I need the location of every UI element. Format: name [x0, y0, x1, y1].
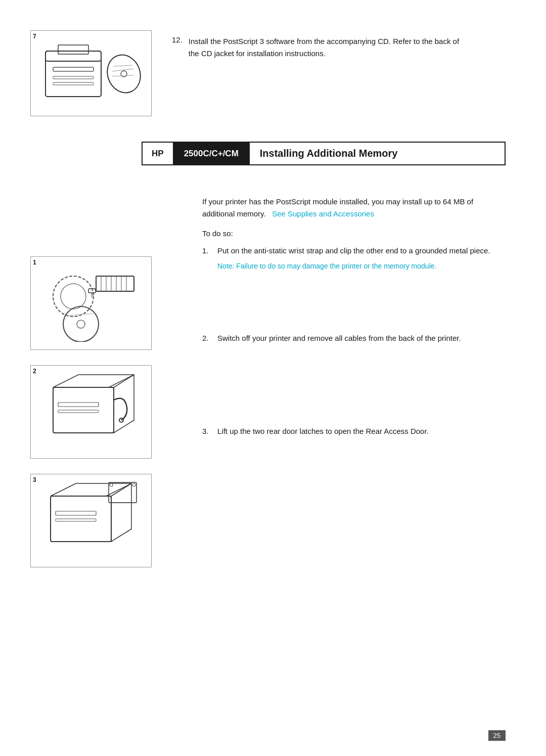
step2-image-wrapper: 2 — [30, 365, 182, 459]
step7-image: 7 — [30, 30, 152, 116]
svg-rect-2 — [53, 67, 94, 71]
step1-image-wrapper: 1 — [30, 256, 182, 350]
svg-point-22 — [63, 306, 99, 342]
step7-text: 12. Install the PostScript 3 software fr… — [172, 30, 465, 60]
header-model: 2500C/C+/CM — [174, 143, 250, 164]
section-header: HP 2500C/C+/CM Installing Additional Mem… — [142, 142, 506, 165]
step2-image: 2 — [30, 365, 152, 459]
header-hp: HP — [143, 143, 174, 164]
svg-rect-0 — [46, 51, 101, 97]
step1-note: Note: Failure to do so may damage the pr… — [217, 261, 506, 272]
svg-marker-26 — [53, 375, 134, 387]
banner-wrapper: HP 2500C/C+/CM Installing Additional Mem… — [30, 142, 506, 181]
step3-illustration — [38, 478, 144, 559]
step2-num-label: 2. — [202, 332, 212, 344]
step7-number: 7 — [33, 33, 36, 40]
svg-rect-28 — [58, 403, 99, 407]
svg-rect-5 — [58, 45, 88, 54]
step7-section: 7 12. — [30, 30, 506, 116]
step3-image: 3 — [30, 474, 152, 567]
svg-point-12 — [61, 284, 86, 309]
svg-line-10 — [112, 75, 134, 76]
todo-label: To do so: — [202, 229, 506, 238]
step3-instruction: 3. Lift up the two rear door latches to … — [202, 425, 506, 437]
svg-line-8 — [114, 65, 132, 66]
step1-illustration — [38, 261, 144, 342]
step2-number: 2 — [33, 368, 36, 375]
svg-rect-35 — [56, 519, 96, 521]
svg-rect-15 — [96, 276, 134, 291]
step3-number: 3 — [33, 476, 36, 483]
svg-rect-29 — [58, 410, 99, 413]
svg-marker-32 — [51, 483, 131, 496]
step2-illustration — [38, 370, 144, 451]
step3-num-label: 3. — [202, 425, 212, 437]
header-title: Installing Additional Memory — [250, 143, 505, 164]
step7-instruction-text: Install the PostScript 3 software from t… — [189, 35, 465, 60]
intro-paragraph: If your printer has the PostScript modul… — [202, 196, 506, 220]
svg-rect-3 — [53, 76, 94, 79]
step7-num: 12. — [172, 35, 183, 60]
step1-text-area: 1. Put on the anti-static wrist strap an… — [202, 245, 506, 272]
step2-instruction: 2. Switch off your printer and remove al… — [202, 332, 506, 344]
left-col: 1 — [30, 196, 182, 583]
step1-number: 1 — [33, 259, 36, 266]
step1-image: 1 — [30, 256, 152, 350]
right-col: If your printer has the PostScript modul… — [182, 196, 506, 583]
main-content: 1 — [30, 196, 506, 583]
svg-rect-4 — [53, 82, 94, 85]
svg-point-38 — [132, 483, 135, 486]
step1-instruction: 1. Put on the anti-static wrist strap an… — [202, 245, 506, 257]
page-number: 25 — [488, 730, 506, 741]
page: 7 12. — [0, 0, 546, 756]
step7-illustration — [35, 36, 147, 114]
svg-point-23 — [77, 320, 85, 328]
step1-num-label: 1. — [202, 245, 212, 257]
svg-rect-1 — [46, 51, 101, 61]
svg-point-11 — [53, 276, 94, 317]
svg-rect-34 — [56, 511, 96, 515]
step3-text-area: 3. Lift up the two rear door latches to … — [202, 425, 506, 437]
step3-instruction-text: Lift up the two rear door latches to ope… — [217, 425, 429, 437]
step3-image-wrapper: 3 — [30, 474, 182, 567]
svg-point-6 — [102, 50, 146, 97]
step7-instruction: 12. Install the PostScript 3 software fr… — [172, 35, 465, 60]
step2-text-area: 2. Switch off your printer and remove al… — [202, 332, 506, 344]
step2-instruction-text: Switch off your printer and remove all c… — [217, 332, 461, 344]
step1-instruction-text: Put on the anti-static wrist strap and c… — [217, 245, 490, 257]
svg-point-37 — [110, 483, 113, 486]
intro-link[interactable]: See Supplies and Accessories — [272, 209, 374, 218]
